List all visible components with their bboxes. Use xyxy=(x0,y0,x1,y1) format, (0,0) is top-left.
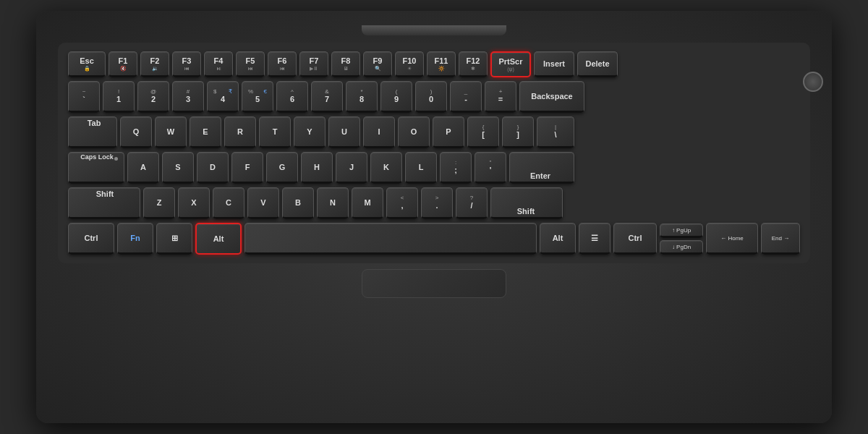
key-8[interactable]: * 8 xyxy=(346,81,378,113)
key-right-ctrl[interactable]: Ctrl xyxy=(613,223,657,255)
key-9[interactable]: ( 9 xyxy=(380,81,412,113)
key-c[interactable]: C xyxy=(213,187,244,219)
key-2[interactable]: @ 2 xyxy=(137,81,169,113)
key-y[interactable]: Y xyxy=(294,116,326,148)
key-f8[interactable]: F8 🖥 xyxy=(331,51,360,77)
key-left-shift[interactable]: Shift xyxy=(68,187,140,219)
arrow-cluster: ↑ PgUp ↓ PgDn xyxy=(660,224,703,255)
key-end[interactable]: End → xyxy=(761,223,800,255)
key-l[interactable]: L xyxy=(405,152,437,184)
key-k[interactable]: K xyxy=(370,152,402,184)
key-3[interactable]: # 3 xyxy=(172,81,204,113)
key-f9[interactable]: F9 🔍 xyxy=(363,51,392,77)
key-p[interactable]: P xyxy=(433,116,464,148)
end-cluster: End → xyxy=(761,223,800,255)
key-delete[interactable]: Delete xyxy=(577,51,618,77)
key-0[interactable]: ) 0 xyxy=(415,81,447,113)
bottom-row: Ctrl Fn ⊞ Alt Alt ☰ Ctr xyxy=(68,223,800,255)
home-end-cluster: ← Home xyxy=(706,223,758,255)
key-rbracket[interactable]: } ] xyxy=(502,116,534,148)
key-right-shift[interactable]: Shift xyxy=(490,187,563,219)
key-capslock[interactable]: Caps Lock xyxy=(68,152,124,184)
key-t[interactable]: T xyxy=(259,116,291,148)
key-g[interactable]: G xyxy=(266,152,298,184)
key-f5[interactable]: F5 ⏭ xyxy=(236,51,265,77)
pgup-pgdn-stack: ↑ PgUp ↓ PgDn xyxy=(660,224,703,255)
trackpad[interactable] xyxy=(362,269,506,298)
key-u[interactable]: U xyxy=(328,116,360,148)
key-w[interactable]: W xyxy=(155,116,187,148)
key-e[interactable]: E xyxy=(190,116,221,148)
key-backslash[interactable]: | \ xyxy=(537,116,574,148)
key-n[interactable]: N xyxy=(317,187,349,219)
key-esc[interactable]: Esc 🔒 xyxy=(68,51,106,77)
key-lbracket[interactable]: { [ xyxy=(467,116,499,148)
power-button[interactable] xyxy=(803,72,823,92)
key-f10[interactable]: F10 ☀ xyxy=(395,51,424,77)
fn-row: Esc 🔒 F1 🔇 F2 🔉 F3 ⏮ F4 ⏯ xyxy=(68,51,800,77)
key-fn[interactable]: Fn xyxy=(117,223,153,255)
key-prtscr[interactable]: PrtScr (ψ) xyxy=(490,51,531,77)
key-pgdn[interactable]: ↓ PgDn xyxy=(660,240,703,255)
key-menu[interactable]: ☰ xyxy=(579,223,610,255)
key-equals[interactable]: + = xyxy=(485,81,516,113)
key-z[interactable]: Z xyxy=(143,187,175,219)
key-q[interactable]: Q xyxy=(120,116,152,148)
qwerty-row: Tab Q W E R T Y U I O P { [ } ] xyxy=(68,116,800,148)
key-f6[interactable]: F6 ⏮ xyxy=(268,51,297,77)
key-f7[interactable]: F7 ▶⏸ xyxy=(299,51,328,77)
key-o[interactable]: O xyxy=(398,116,430,148)
key-b[interactable]: B xyxy=(282,187,314,219)
key-space[interactable] xyxy=(244,223,537,255)
key-1[interactable]: ! 1 xyxy=(103,81,135,113)
key-d[interactable]: D xyxy=(197,152,229,184)
key-enter[interactable]: Enter xyxy=(509,152,574,184)
key-left-alt[interactable]: Alt xyxy=(195,223,242,255)
key-comma[interactable]: < , xyxy=(386,187,418,219)
key-h[interactable]: H xyxy=(301,152,333,184)
capslock-indicator xyxy=(114,157,118,161)
key-a[interactable]: A xyxy=(127,152,159,184)
key-period[interactable]: > . xyxy=(421,187,453,219)
keyboard: Esc 🔒 F1 🔇 F2 🔉 F3 ⏮ F4 ⏯ xyxy=(68,51,800,255)
key-4[interactable]: $ ₹ 4 xyxy=(207,81,239,113)
key-r[interactable]: R xyxy=(224,116,256,148)
trackpad-area xyxy=(58,269,810,298)
key-pgup[interactable]: ↑ PgUp xyxy=(660,224,703,238)
key-6[interactable]: ^ 6 xyxy=(276,81,308,113)
key-f2[interactable]: F2 🔉 xyxy=(140,51,169,77)
key-x[interactable]: X xyxy=(178,187,210,219)
key-f12[interactable]: F12 ✱ xyxy=(459,51,488,77)
keyboard-area: Esc 🔒 F1 🔇 F2 🔉 F3 ⏮ F4 ⏯ xyxy=(58,43,810,263)
key-semicolon[interactable]: : ; xyxy=(440,152,472,184)
key-f3[interactable]: F3 ⏮ xyxy=(172,51,201,77)
key-7[interactable]: & 7 xyxy=(311,81,343,113)
key-s[interactable]: S xyxy=(162,152,194,184)
key-f1[interactable]: F1 🔇 xyxy=(109,51,137,77)
key-backspace[interactable]: Backspace xyxy=(519,81,584,113)
asdf-row: Caps Lock A S D F G H J K L : ; " ' xyxy=(68,152,800,184)
key-home[interactable]: ← Home xyxy=(706,223,758,255)
key-left-ctrl[interactable]: Ctrl xyxy=(68,223,114,255)
zxcv-row: Shift Z X C V B N M < , > . ? xyxy=(68,187,800,219)
key-i[interactable]: I xyxy=(363,116,395,148)
key-f4[interactable]: F4 ⏯ xyxy=(204,51,233,77)
number-row: ~ ` ! 1 @ 2 # 3 $ ₹ xyxy=(68,81,800,113)
key-f[interactable]: F xyxy=(231,152,263,184)
key-v[interactable]: V xyxy=(247,187,279,219)
key-minus[interactable]: _ - xyxy=(450,81,482,113)
key-win[interactable]: ⊞ xyxy=(156,223,192,255)
key-tab[interactable]: Tab xyxy=(68,116,117,148)
key-right-alt[interactable]: Alt xyxy=(540,223,576,255)
key-quote[interactable]: " ' xyxy=(475,152,506,184)
key-insert[interactable]: Insert xyxy=(534,51,574,77)
arrow-top-section: ↑ PgUp ↓ PgDn xyxy=(660,224,703,255)
key-f11[interactable]: F11 🔆 xyxy=(427,51,456,77)
key-slash[interactable]: ? / xyxy=(456,187,488,219)
key-tilde[interactable]: ~ ` xyxy=(68,81,100,113)
hinge-bar xyxy=(362,25,506,35)
key-5[interactable]: % € 5 xyxy=(242,81,273,113)
key-m[interactable]: M xyxy=(352,187,383,219)
key-j[interactable]: J xyxy=(336,152,367,184)
laptop-body: Esc 🔒 F1 🔇 F2 🔉 F3 ⏮ F4 ⏯ xyxy=(36,11,832,423)
